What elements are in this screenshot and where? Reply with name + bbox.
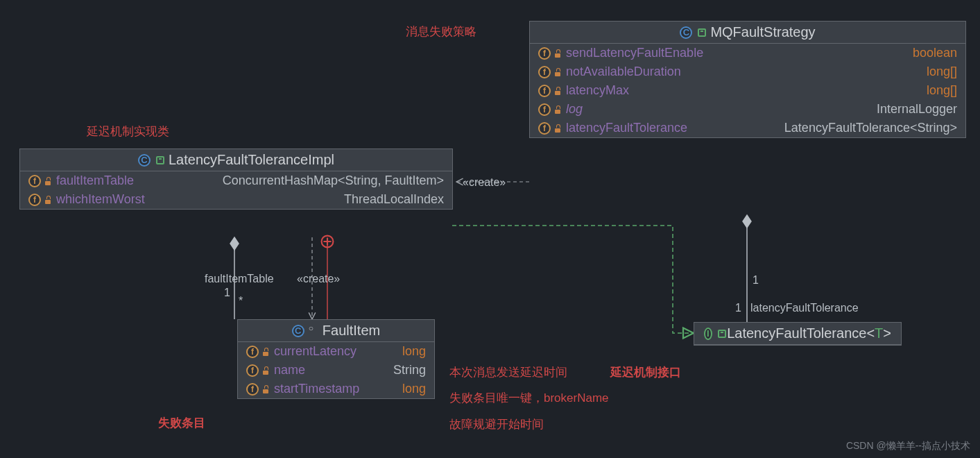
field-icon: f: [246, 346, 259, 358]
field-icon: f: [28, 175, 41, 187]
class-icon: C: [138, 154, 151, 167]
member-list: fcurrentLatencylongfnameStringfstartTime…: [238, 342, 434, 398]
visibility-icon: [310, 328, 317, 334]
member-list: fsendLatencyFaultEnablebooleanfnotAvaila…: [530, 44, 965, 137]
class-header: C LatencyFaultToleranceImpl: [20, 149, 452, 171]
member-name: log: [566, 102, 583, 117]
field-icon: f: [538, 47, 551, 60]
package-visibility-icon: [718, 330, 721, 337]
member-row: fsendLatencyFaultEnableboolean: [530, 44, 965, 62]
member-list: ffaultItemTableConcurrentHashMap<String,…: [20, 171, 452, 209]
member-type: String: [389, 363, 426, 378]
field-icon: f: [538, 66, 551, 78]
field-icon: f: [246, 364, 259, 377]
class-icon: C: [292, 325, 304, 337]
member-left: flatencyMax: [538, 83, 629, 98]
member-type: ThreadLocalIndex: [340, 192, 444, 207]
interface-latencyfaulttolerance[interactable]: I LatencyFaultTolerance<T>: [694, 322, 902, 346]
member-type: LatencyFaultTolerance<String>: [780, 121, 957, 135]
edge-label-create-1: «create»: [463, 176, 506, 189]
edge-label-one-a: 1: [224, 287, 230, 299]
annotation-current-latency: 本次消息发送延迟时间: [449, 364, 567, 380]
edge-label-lft: latencyFaultTolerance: [750, 302, 859, 314]
member-name: faultItemTable: [56, 173, 134, 188]
class-icon: C: [680, 26, 692, 39]
member-name: whichItemWorst: [56, 192, 145, 207]
field-icon: f: [538, 85, 551, 97]
lock-icon: [263, 366, 270, 375]
field-icon: f: [538, 103, 551, 116]
member-name: sendLatencyFaultEnable: [566, 46, 703, 60]
lock-icon: [555, 87, 562, 95]
member-type: long[]: [922, 83, 957, 98]
interface-title: LatencyFaultTolerance<T>: [727, 325, 891, 341]
class-title: FaultItem: [323, 323, 380, 339]
lock-icon: [555, 49, 562, 58]
class-mqfaultstrategy[interactable]: C MQFaultStrategy fsendLatencyFaultEnabl…: [529, 21, 966, 138]
field-icon: f: [246, 383, 259, 396]
field-icon: f: [538, 122, 551, 135]
member-row: fnameString: [238, 361, 434, 380]
member-type: ConcurrentHashMap<String, FaultItem>: [218, 173, 444, 188]
member-row: fcurrentLatencylong: [238, 342, 434, 361]
lock-icon: [45, 196, 52, 204]
member-left: flatencyFaultTolerance: [538, 121, 687, 135]
annotation-fault-item: 失败条目: [158, 415, 205, 431]
member-row: ffaultItemTableConcurrentHashMap<String,…: [20, 171, 452, 190]
annotation-start-ts: 故障规避开始时间: [449, 416, 544, 432]
member-row: flogInternalLogger: [530, 100, 965, 119]
edge-label-one-c: 1: [735, 302, 741, 314]
package-visibility-icon: [156, 157, 163, 164]
annotation-iface: 延迟机制接口: [610, 364, 681, 380]
member-left: fsendLatencyFaultEnable: [538, 46, 703, 60]
member-type: long[]: [922, 65, 957, 79]
member-row: fstartTimestamplong: [238, 380, 434, 398]
member-type: long: [398, 382, 426, 396]
class-title: LatencyFaultToleranceImpl: [169, 152, 334, 168]
member-type: long: [398, 344, 426, 359]
field-icon: f: [28, 194, 41, 206]
lock-icon: [45, 177, 52, 185]
interface-icon: I: [704, 328, 712, 340]
diagram-canvas: 消息失败策略 延迟机制实现类 失败条目 本次消息发送延迟时间 失败条目唯一键，b…: [0, 0, 980, 458]
interface-header: I LatencyFaultTolerance<T>: [694, 323, 901, 345]
edge-label-create-2: «create»: [297, 273, 340, 285]
edge-label-one-b: 1: [753, 274, 759, 287]
member-row: flatencyFaultToleranceLatencyFaultTolera…: [530, 119, 965, 137]
member-name: startTimestamp: [274, 382, 359, 396]
member-type: InternalLogger: [872, 102, 957, 117]
lock-icon: [555, 68, 562, 76]
member-type: boolean: [909, 46, 957, 60]
member-name: currentLatency: [274, 344, 356, 359]
member-name: latencyFaultTolerance: [566, 121, 687, 135]
member-name: latencyMax: [566, 83, 629, 98]
member-left: fcurrentLatency: [246, 344, 356, 359]
lock-icon: [263, 385, 270, 393]
member-name: notAvailableDuration: [566, 65, 681, 79]
member-left: fname: [246, 363, 305, 378]
member-left: fstartTimestamp: [246, 382, 359, 396]
annotation-name: 失败条目唯一键，brokerName: [449, 390, 609, 406]
lock-icon: [555, 105, 562, 114]
member-row: fwhichItemWorstThreadLocalIndex: [20, 190, 452, 209]
lock-icon: [263, 348, 270, 356]
class-latencyfaulttoleranceimpl[interactable]: C LatencyFaultToleranceImpl ffaultItemTa…: [19, 149, 453, 210]
member-left: fwhichItemWorst: [28, 192, 145, 207]
member-left: fnotAvailableDuration: [538, 65, 681, 79]
member-row: fnotAvailableDurationlong[]: [530, 62, 965, 81]
edge-label-star: *: [239, 295, 243, 307]
member-row: flatencyMaxlong[]: [530, 81, 965, 100]
member-left: flog: [538, 102, 583, 117]
class-header: C MQFaultStrategy: [530, 22, 965, 44]
member-left: ffaultItemTable: [28, 173, 134, 188]
package-visibility-icon: [698, 29, 705, 36]
edge-label-faultitemtable: faultItemTable: [205, 273, 274, 285]
class-faultitem[interactable]: C FaultItem fcurrentLatencylongfnameStri…: [237, 319, 435, 399]
member-name: name: [274, 363, 305, 378]
lock-icon: [555, 124, 562, 133]
class-header: C FaultItem: [238, 320, 434, 342]
watermark: CSDN @懒羊羊--搞点小技术: [846, 440, 970, 452]
class-title: MQFaultStrategy: [710, 24, 815, 40]
annotation-msg-fail-strategy: 消息失败策略: [406, 24, 476, 40]
annotation-impl: 延迟机制实现类: [87, 124, 169, 139]
